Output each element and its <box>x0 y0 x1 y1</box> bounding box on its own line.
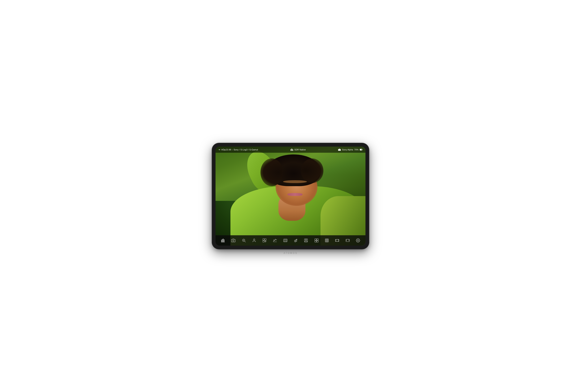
svg-line-33 <box>294 240 297 242</box>
svg-rect-42 <box>315 240 316 242</box>
eye-area <box>283 180 307 183</box>
scope-icon <box>262 238 266 243</box>
svg-line-28 <box>285 239 285 242</box>
crosshair-button[interactable] <box>313 237 320 244</box>
sdr-native-text: SDR Native <box>294 148 306 151</box>
svg-point-39 <box>306 239 307 240</box>
waveform-icon <box>290 148 293 151</box>
scope-button[interactable] <box>261 237 268 244</box>
svg-line-27 <box>284 239 284 242</box>
svg-rect-9 <box>221 240 222 242</box>
fullscreen-icon <box>346 238 350 243</box>
capture-button[interactable] <box>230 237 237 244</box>
svg-rect-11 <box>223 239 224 242</box>
crosshatch-button[interactable] <box>292 237 300 244</box>
fullscreen-button[interactable] <box>344 237 352 244</box>
svg-rect-7 <box>360 149 362 150</box>
false-color-icon <box>283 238 288 243</box>
svg-rect-44 <box>325 239 328 242</box>
aspect-ratio-button[interactable] <box>333 237 341 244</box>
svg-rect-1 <box>291 149 292 151</box>
status-right: Sony Alpha 70% <box>338 148 363 151</box>
screen: ⇥ HDp23.98 – Sony / S-Log3 / S-Gamut SDR… <box>216 147 366 246</box>
svg-rect-20 <box>263 239 264 240</box>
status-center: SDR Native <box>290 148 306 151</box>
svg-point-55 <box>358 240 358 241</box>
person-icon <box>304 238 308 243</box>
video-preview[interactable] <box>216 147 366 246</box>
svg-rect-0 <box>290 149 291 151</box>
face-detect-icon <box>252 238 256 243</box>
svg-point-14 <box>233 240 234 241</box>
histogram-icon <box>273 238 277 243</box>
device-screen-bezel: ⇥ HDp23.98 – Sony / S-Log3 / S-Gamut SDR… <box>216 147 366 246</box>
person-button[interactable] <box>302 237 310 244</box>
lips <box>288 193 302 196</box>
svg-rect-21 <box>265 239 266 240</box>
svg-rect-10 <box>222 239 223 242</box>
svg-rect-22 <box>263 240 264 242</box>
status-signal-text: HDp23.98 – Sony / S-Log3 / S-Gamut <box>221 148 258 151</box>
capture-icon <box>231 238 236 243</box>
status-bar: ⇥ HDp23.98 – Sony / S-Log3 / S-Gamut SDR… <box>216 147 366 153</box>
grid-button[interactable] <box>323 237 331 244</box>
status-left: ⇥ HDp23.98 – Sony / S-Log3 / S-Gamut <box>218 148 258 151</box>
aspect-icon <box>335 238 339 243</box>
svg-rect-8 <box>362 149 362 150</box>
histogram-button[interactable] <box>271 237 279 244</box>
input-icon: ⇥ <box>218 148 220 151</box>
atomos-device: ⇥ HDp23.98 – Sony / S-Log3 / S-Gamut SDR… <box>212 143 369 249</box>
svg-rect-2 <box>292 148 292 151</box>
crosshatch-icon <box>294 238 298 243</box>
battery-icon <box>360 149 363 151</box>
battery-pct-text: 70% <box>354 148 358 151</box>
svg-point-19 <box>254 239 255 240</box>
hair-right <box>301 158 324 183</box>
zoom-button[interactable] <box>240 237 248 244</box>
toolbar <box>216 235 366 246</box>
video-background <box>216 147 366 246</box>
camera-name-text: Sony Alpha <box>342 148 353 151</box>
face-detect-button[interactable] <box>250 237 258 244</box>
svg-rect-41 <box>317 239 318 240</box>
camera-icon <box>338 148 341 151</box>
waveform-btn-icon <box>221 238 225 243</box>
settings-icon <box>356 238 360 243</box>
svg-rect-43 <box>317 240 318 242</box>
grid-icon <box>325 238 329 243</box>
settings-button[interactable] <box>354 237 362 244</box>
svg-rect-12 <box>224 239 224 242</box>
svg-line-32 <box>294 240 297 241</box>
svg-rect-40 <box>315 239 316 240</box>
zoom-icon <box>242 238 246 243</box>
svg-rect-3 <box>292 149 292 151</box>
false-color-button[interactable] <box>282 237 289 244</box>
svg-rect-49 <box>336 239 339 241</box>
brand-label: ATOMOS <box>284 252 298 254</box>
crosshair-icon <box>314 238 318 243</box>
svg-line-16 <box>244 241 246 242</box>
waveform-button[interactable] <box>219 237 227 244</box>
svg-line-29 <box>286 239 286 242</box>
hair-left <box>260 158 283 186</box>
svg-rect-4 <box>293 149 293 151</box>
